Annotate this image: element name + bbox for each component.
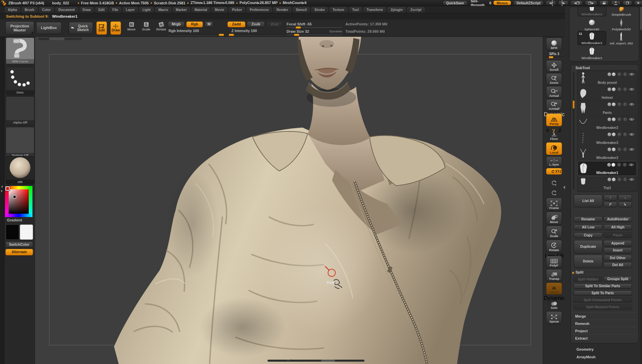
menu-item[interactable]: Preferences bbox=[247, 7, 272, 12]
solo-button[interactable]: Solo bbox=[546, 298, 562, 310]
eye-icon[interactable] bbox=[629, 148, 634, 151]
texture-map-icon[interactable] bbox=[623, 118, 627, 121]
xpose-button[interactable]: Xpose bbox=[546, 311, 562, 324]
split-masked-points-button[interactable]: Split Masked Points bbox=[573, 305, 632, 310]
polypaint-colorize-icon[interactable] bbox=[608, 103, 611, 106]
default-zscript-button[interactable]: DefaultZScript bbox=[513, 0, 544, 5]
autoreorder-button[interactable]: AutoReorder bbox=[604, 216, 632, 222]
frame-button[interactable]: Frame bbox=[546, 198, 562, 210]
panel-scrollbar[interactable] bbox=[640, 6, 642, 364]
eye-icon[interactable] bbox=[629, 103, 634, 106]
edit-button[interactable]: Edit bbox=[96, 21, 107, 35]
subtool-scrollbar-handle[interactable] bbox=[573, 101, 574, 109]
focal-shift-slider-label[interactable]: Focal Shift -55 bbox=[287, 22, 312, 26]
rgb-intensity-slider-label[interactable]: Rgb Intensity 100 bbox=[169, 29, 199, 33]
hue-strip-bottom[interactable] bbox=[5, 214, 32, 217]
subtool-row[interactable]: Pants bbox=[577, 101, 637, 116]
scrollbar-arrows-icon[interactable]: ▲▼ bbox=[287, 358, 292, 361]
tool-item[interactable]: PolyMesh3D bbox=[607, 17, 636, 31]
rgb-intensity-handle[interactable] bbox=[219, 34, 224, 36]
eye-icon[interactable] bbox=[629, 88, 634, 91]
polypaint-shaded-icon[interactable] bbox=[612, 178, 616, 181]
polypaint-colorize-icon[interactable] bbox=[608, 148, 611, 151]
zsub-button[interactable]: Zsub bbox=[247, 21, 265, 27]
sculpt-canvas[interactable]: Poly ▲▼ bbox=[35, 37, 543, 364]
menus-toggle-button[interactable]: Menus bbox=[493, 0, 511, 5]
bpr-button[interactable]: BPR bbox=[546, 38, 562, 50]
polypaint-shaded-icon[interactable] bbox=[612, 148, 616, 151]
texture-map-icon[interactable] bbox=[623, 72, 627, 76]
insert-button[interactable]: Insert bbox=[604, 247, 632, 253]
menu-item[interactable]: Tool bbox=[349, 7, 362, 12]
subtool-list-scrollbar[interactable] bbox=[573, 72, 574, 189]
del-other-button[interactable]: Del Other bbox=[604, 255, 632, 261]
focal-shift-handle[interactable] bbox=[296, 26, 301, 29]
minimize-icon[interactable]: ▼ bbox=[611, 0, 621, 5]
menu-item[interactable]: Stencil bbox=[293, 7, 310, 12]
close-icon[interactable]: × bbox=[634, 0, 642, 5]
aahalf-button[interactable]: AAHalf bbox=[546, 99, 562, 111]
subtool-row[interactable]: Top1 bbox=[577, 176, 637, 191]
menu-item[interactable]: Transform bbox=[363, 7, 386, 12]
alpha-thumbnail[interactable]: Alpha Off bbox=[6, 96, 34, 125]
lightbox-button[interactable]: LightBox bbox=[36, 22, 62, 34]
menu-item[interactable]: Draw bbox=[80, 7, 94, 12]
texture-map-icon[interactable] bbox=[623, 163, 627, 167]
floor-button[interactable]: Floor bbox=[546, 130, 562, 141]
polypaint-shaded-icon[interactable] bbox=[612, 133, 616, 136]
focal-shift-track[interactable] bbox=[287, 27, 342, 28]
uv-map-icon[interactable] bbox=[618, 178, 621, 181]
hue-selector[interactable] bbox=[5, 186, 10, 191]
polyf-button[interactable]: PolyF bbox=[546, 256, 562, 268]
saturation-square[interactable] bbox=[9, 189, 29, 214]
polypaint-colorize-icon[interactable] bbox=[608, 178, 611, 181]
transp-button[interactable]: Transp bbox=[546, 269, 562, 281]
menu-item[interactable]: Light bbox=[139, 7, 153, 12]
menu-item[interactable]: Material bbox=[192, 7, 210, 12]
dynamic-draw-size-label[interactable]: Dynamic bbox=[329, 30, 343, 33]
z-intensity-slider-label[interactable]: Z Intensity 100 bbox=[231, 29, 257, 33]
polypaint-shaded-icon[interactable] bbox=[612, 118, 616, 121]
draw-size-handle[interactable] bbox=[294, 34, 299, 36]
zoom-button[interactable]: Zoom bbox=[546, 73, 562, 85]
uv-map-icon[interactable] bbox=[618, 72, 621, 76]
draw-button[interactable]: Draw bbox=[110, 21, 121, 35]
ghost-button[interactable]: Ghost bbox=[546, 283, 562, 295]
material-thumbnail[interactable]: z95 bbox=[6, 156, 34, 185]
projection-master-button[interactable]: Projection Master bbox=[5, 21, 34, 35]
canvas-scrollbar-bottom[interactable]: ▲▼ bbox=[268, 360, 364, 362]
z-intensity-track[interactable] bbox=[227, 34, 283, 35]
move-ui-left-icon[interactable]: ◀ bbox=[570, 0, 583, 5]
project-section-row[interactable]: Project bbox=[572, 327, 637, 334]
subtool-move-down-hierarchy-button[interactable]: ↳ bbox=[618, 202, 632, 207]
uv-map-icon[interactable] bbox=[618, 118, 621, 121]
quick-sketch-button[interactable]: ✎ Quick Sketch bbox=[69, 22, 93, 34]
texture-map-icon[interactable] bbox=[623, 87, 627, 91]
menu-item[interactable]: Zscript bbox=[407, 7, 424, 12]
tool-item[interactable]: 11 Windbreaker1 bbox=[577, 31, 606, 45]
hue-strip-right[interactable] bbox=[29, 186, 32, 217]
list-all-button[interactable]: List All bbox=[574, 195, 603, 207]
menu-item[interactable]: Brush bbox=[22, 7, 37, 12]
menu-item[interactable]: Render bbox=[274, 7, 291, 12]
menu-item[interactable]: Alpha bbox=[5, 7, 20, 12]
texture-map-icon[interactable] bbox=[623, 178, 627, 181]
menu-item[interactable]: Macro bbox=[155, 7, 171, 12]
tool-item[interactable]: Sphere3D bbox=[577, 17, 606, 31]
texture-map-icon[interactable] bbox=[623, 148, 627, 151]
spix-handle[interactable] bbox=[549, 56, 553, 58]
scale-view-button[interactable]: Scale bbox=[546, 226, 562, 238]
menu-item[interactable]: Color bbox=[39, 7, 54, 12]
menu-item[interactable]: Layer bbox=[123, 7, 138, 12]
all-low-button[interactable]: All Low bbox=[574, 224, 603, 230]
draw-size-slider-label[interactable]: Draw Size 32 bbox=[287, 29, 309, 33]
tool-item[interactable]: SimpleBrush bbox=[607, 7, 636, 16]
eye-icon[interactable] bbox=[629, 73, 634, 76]
subtool-row[interactable]: Windbreaker2 bbox=[577, 131, 637, 146]
uv-map-icon[interactable] bbox=[618, 103, 621, 106]
rename-button[interactable]: Rename bbox=[574, 216, 603, 222]
menu-item[interactable]: Movie bbox=[212, 7, 227, 12]
actual-button[interactable]: x1 Actual bbox=[546, 86, 562, 98]
local-button[interactable]: Local bbox=[546, 142, 562, 155]
rgb-intensity-track[interactable] bbox=[168, 34, 224, 35]
